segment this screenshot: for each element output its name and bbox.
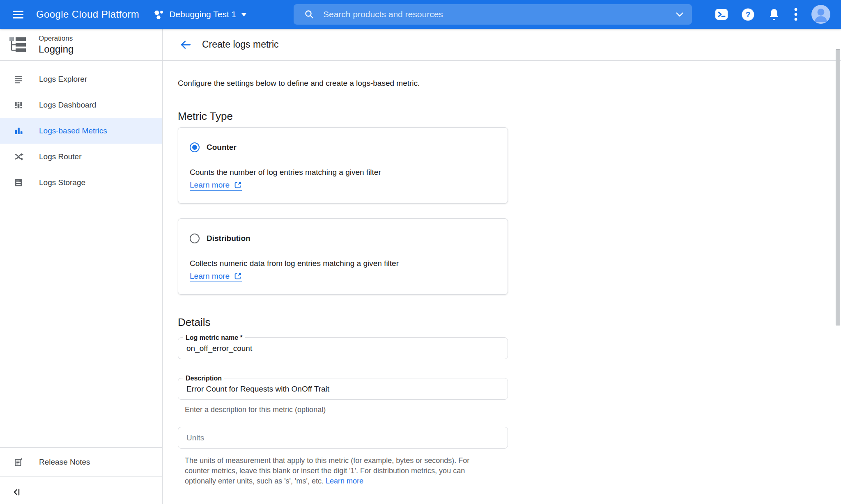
units-input[interactable] bbox=[178, 427, 508, 448]
sidebar-item-logs-storage[interactable]: Logs Storage bbox=[0, 170, 162, 195]
logs-storage-icon bbox=[14, 178, 23, 188]
logs-based-metrics-icon bbox=[14, 126, 23, 136]
distribution-learn-more-link[interactable]: Learn more bbox=[190, 272, 242, 282]
release-notes-icon bbox=[14, 457, 23, 467]
back-arrow-icon[interactable] bbox=[179, 39, 192, 51]
metric-type-heading: Metric Type bbox=[178, 109, 841, 123]
counter-description: Counts the number of log entries matchin… bbox=[190, 168, 496, 177]
sidebar-item-logs-dashboard[interactable]: Logs Dashboard bbox=[0, 92, 162, 118]
counter-learn-more-link[interactable]: Learn more bbox=[190, 181, 242, 191]
sidebar-item-label: Logs Router bbox=[39, 152, 82, 161]
search-bar bbox=[294, 4, 692, 25]
topbar-actions: ? bbox=[715, 0, 830, 29]
page-content: Configure the settings below to define a… bbox=[163, 61, 841, 486]
help-icon[interactable]: ? bbox=[742, 8, 754, 21]
external-link-icon bbox=[234, 272, 242, 280]
menu-icon[interactable] bbox=[9, 5, 27, 23]
distribution-radio-row[interactable]: Distribution bbox=[190, 234, 496, 243]
page-title: Create logs metric bbox=[202, 39, 279, 50]
vertical-scrollbar[interactable] bbox=[836, 49, 840, 325]
sidebar-item-label: Release Notes bbox=[39, 458, 90, 467]
metric-type-card-counter: Counter Counts the number of log entries… bbox=[178, 127, 508, 204]
logs-explorer-icon bbox=[14, 74, 23, 84]
distribution-radio-button[interactable] bbox=[190, 234, 200, 243]
account-avatar[interactable] bbox=[811, 5, 830, 24]
search-icon bbox=[304, 9, 314, 19]
more-options-kebab-icon[interactable] bbox=[794, 7, 798, 21]
sidebar-product-header: Operations Logging bbox=[0, 29, 162, 61]
intro-text: Configure the settings below to define a… bbox=[178, 79, 841, 88]
project-icon bbox=[153, 9, 164, 20]
collapse-sidebar-icon[interactable] bbox=[12, 487, 22, 497]
description-input[interactable] bbox=[178, 378, 508, 399]
description-label: Description bbox=[183, 374, 224, 382]
sidebar-nav: Logs Explorer Logs Dashboard bbox=[0, 61, 162, 195]
project-name: Debugging Test 1 bbox=[169, 9, 236, 19]
cloud-shell-icon[interactable] bbox=[715, 8, 728, 21]
external-link-icon bbox=[234, 181, 242, 189]
logs-dashboard-icon bbox=[14, 100, 23, 110]
sidebar-item-label: Logs Explorer bbox=[39, 75, 87, 84]
page-header: Create logs metric bbox=[163, 29, 841, 61]
counter-label: Counter bbox=[207, 143, 237, 152]
description-field: Description bbox=[178, 378, 508, 400]
sidebar-item-logs-router[interactable]: Logs Router bbox=[0, 144, 162, 170]
sidebar-bottom: Release Notes bbox=[0, 447, 162, 504]
sidebar-item-label: Logs-based Metrics bbox=[39, 126, 107, 135]
sidebar-eyebrow: Operations bbox=[39, 34, 74, 43]
svg-text:?: ? bbox=[746, 10, 751, 19]
details-heading: Details bbox=[178, 315, 841, 329]
logs-router-icon bbox=[14, 152, 23, 162]
units-field bbox=[178, 427, 508, 449]
main-panel: Create logs metric Configure the setting… bbox=[163, 29, 841, 504]
sidebar-item-logs-based-metrics[interactable]: Logs-based Metrics bbox=[0, 118, 162, 144]
sidebar-item-label: Logs Storage bbox=[39, 178, 85, 187]
sidebar-item-logs-explorer[interactable]: Logs Explorer bbox=[0, 66, 162, 92]
search-input[interactable] bbox=[323, 9, 676, 19]
sidebar-collapse-row bbox=[0, 477, 162, 504]
description-helper-text: Enter a description for this metric (opt… bbox=[185, 405, 841, 414]
counter-radio-button[interactable] bbox=[190, 142, 200, 152]
metric-type-card-distribution: Distribution Collects numeric data from … bbox=[178, 218, 508, 295]
project-dropdown-arrow-icon bbox=[241, 13, 247, 16]
logging-product-icon bbox=[8, 36, 27, 54]
distribution-description: Collects numeric data from log entries m… bbox=[190, 259, 496, 268]
brand-logo[interactable]: Google Cloud Platform bbox=[36, 9, 139, 20]
log-metric-name-label: Log metric name * bbox=[183, 334, 245, 341]
counter-radio-row[interactable]: Counter bbox=[190, 142, 496, 152]
sidebar-item-release-notes[interactable]: Release Notes bbox=[0, 447, 162, 477]
sidebar-product-name: Logging bbox=[39, 44, 74, 55]
project-switcher[interactable]: Debugging Test 1 bbox=[153, 9, 247, 20]
sidebar: Operations Logging Logs Explorer bbox=[0, 29, 163, 504]
units-helper-text: The units of measurement that apply to t… bbox=[185, 456, 496, 486]
notifications-bell-icon[interactable] bbox=[768, 8, 780, 21]
log-metric-name-field: Log metric name * bbox=[178, 337, 508, 359]
search-expand-chevron-down-icon[interactable] bbox=[676, 12, 684, 17]
units-learn-more-link[interactable]: Learn more bbox=[326, 477, 363, 485]
sidebar-item-label: Logs Dashboard bbox=[39, 101, 96, 110]
top-app-bar: Google Cloud Platform Debugging Test 1 bbox=[0, 0, 841, 29]
distribution-label: Distribution bbox=[207, 234, 250, 243]
